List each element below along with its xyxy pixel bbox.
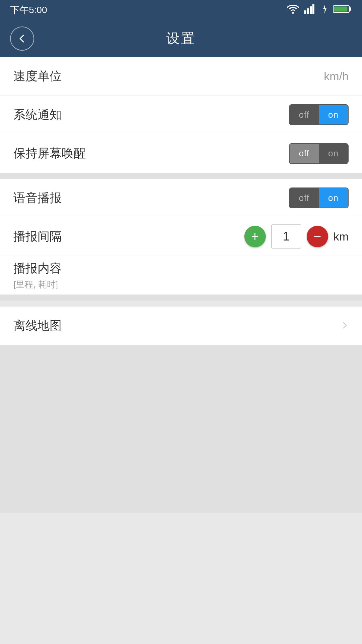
svg-rect-6 [349, 7, 351, 11]
broadcast-content-sub-label: [里程, 耗时] [13, 279, 62, 290]
keep-screen-awake-toggle[interactable]: off on [289, 143, 349, 164]
settings-section-1: 速度单位 km/h 系统通知 off on 保持屏幕唤醒 off on [0, 57, 362, 173]
notification-on-option[interactable]: on [319, 105, 348, 124]
section-divider-2 [0, 294, 362, 301]
voice-broadcast-label: 语音播报 [13, 190, 62, 206]
page-title: 设置 [166, 29, 196, 48]
offline-map-chevron-icon [341, 321, 349, 331]
gray-background [0, 345, 362, 513]
interval-value: 1 [271, 224, 301, 249]
svg-rect-3 [312, 4, 314, 14]
screen-awake-on-option[interactable]: on [319, 144, 348, 163]
keep-screen-awake-item: 保持屏幕唤醒 off on [0, 134, 362, 173]
back-button[interactable] [10, 26, 34, 51]
voice-broadcast-item: 语音播报 off on [0, 179, 362, 217]
status-bar: 下午5:00 [0, 0, 362, 20]
svg-rect-1 [307, 8, 309, 14]
speed-unit-item[interactable]: 速度单位 km/h [0, 57, 362, 96]
signal-icon [304, 4, 316, 16]
keep-screen-awake-label: 保持屏幕唤醒 [13, 145, 86, 162]
broadcast-interval-item: 播报间隔 1 km [0, 217, 362, 256]
interval-increment-button[interactable] [244, 226, 266, 247]
status-time: 下午5:00 [10, 4, 47, 16]
page-header: 设置 [0, 20, 362, 57]
system-notification-label: 系统通知 [13, 107, 62, 123]
voice-broadcast-off-option[interactable]: off [290, 188, 319, 208]
settings-section-3: 离线地图 [0, 307, 362, 345]
system-notification-item: 系统通知 off on [0, 96, 362, 134]
status-icons [287, 4, 352, 16]
broadcast-content-item[interactable]: 播报内容 [里程, 耗时] [0, 256, 362, 294]
offline-map-item[interactable]: 离线地图 [0, 307, 362, 345]
interval-unit: km [334, 230, 349, 243]
screen-awake-off-option[interactable]: off [290, 144, 319, 163]
notification-off-option[interactable]: off [290, 105, 319, 124]
offline-map-label: 离线地图 [13, 318, 62, 334]
wifi-icon [287, 4, 299, 16]
interval-decrement-button[interactable] [307, 226, 328, 247]
broadcast-interval-stepper: 1 km [244, 224, 349, 249]
svg-marker-4 [323, 4, 326, 14]
svg-rect-7 [334, 6, 348, 11]
speed-unit-label: 速度单位 [13, 68, 62, 85]
voice-broadcast-toggle[interactable]: off on [289, 187, 349, 208]
svg-rect-2 [310, 6, 312, 14]
speed-unit-value: km/h [324, 70, 349, 83]
broadcast-content-labels: 播报内容 [里程, 耗时] [13, 260, 62, 290]
broadcast-interval-label: 播报间隔 [13, 228, 62, 245]
system-notification-toggle[interactable]: off on [289, 104, 349, 125]
voice-broadcast-on-option[interactable]: on [319, 188, 348, 208]
broadcast-content-label: 播报内容 [13, 260, 62, 277]
charging-icon [322, 4, 328, 16]
settings-section-2: 语音播报 off on 播报间隔 1 km 播报内容 [里程, 耗时] [0, 179, 362, 294]
section-divider-1 [0, 173, 362, 179]
battery-icon [333, 4, 352, 16]
svg-rect-0 [304, 10, 306, 14]
